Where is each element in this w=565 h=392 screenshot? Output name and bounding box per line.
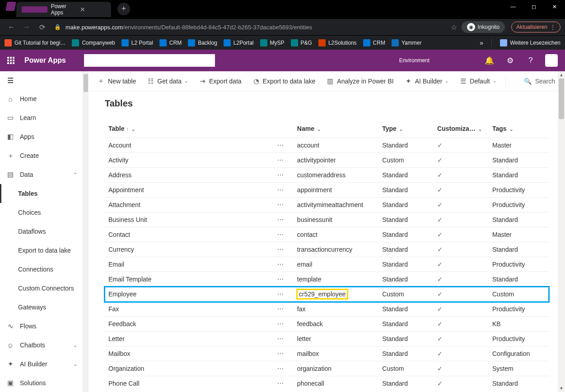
url-field[interactable]: 🔒 make.powerapps.com/environments/Defaul… <box>51 24 446 31</box>
table-row[interactable]: Letter⋯letterStandard✓Productivity <box>105 332 549 346</box>
nav-item-ai-builder[interactable]: ✦AI Builder⌄ <box>0 355 83 374</box>
row-actions-button[interactable]: ⋯ <box>274 317 294 332</box>
new-table-button[interactable]: ＋New table <box>93 71 140 91</box>
search-button[interactable]: 🔍Search <box>524 78 560 85</box>
row-actions-button[interactable]: ⋯ <box>274 242 294 257</box>
scroll-down-icon[interactable]: ▼ <box>558 385 565 392</box>
table-row[interactable]: Feedback⋯feedbackStandard✓KB <box>105 317 549 332</box>
scroll-up-icon[interactable]: ▲ <box>558 71 565 78</box>
bookmark-item[interactable]: MySP <box>260 39 285 46</box>
bookmark-item[interactable]: Yammer <box>392 39 421 46</box>
bookmark-item[interactable]: L2Portal <box>224 39 254 46</box>
table-row[interactable]: Organization⋯organizationCustom✓System <box>105 361 549 376</box>
table-row[interactable]: Attachment⋯activitymimeattachmentStandar… <box>105 198 549 212</box>
table-row[interactable]: Account⋯accountStandard✓Master <box>105 138 549 153</box>
table-row[interactable]: Fax⋯faxStandard✓Productivity <box>105 302 549 317</box>
table-row[interactable]: Employee⋯cr529_employeeCustom✓Custom <box>105 287 549 302</box>
column-header-type[interactable]: Type⌄ <box>378 120 434 138</box>
browser-update-button[interactable]: Aktualisieren ⋮ <box>511 22 560 32</box>
window-close-button[interactable]: ✕ <box>544 0 565 14</box>
nav-item-chatbots[interactable]: ☺Chatbots⌄ <box>0 336 83 355</box>
row-actions-button[interactable]: ⋯ <box>274 287 294 302</box>
column-header-customizable[interactable]: Customiza…⌄ <box>434 120 489 138</box>
nav-sub-connections[interactable]: Connections <box>0 260 83 279</box>
table-row[interactable]: Address⋯customeraddressStandard✓Standard <box>105 168 549 183</box>
nav-back-button[interactable]: ← <box>5 23 18 31</box>
nav-item-home[interactable]: ⌂Home <box>0 89 83 108</box>
nav-sub-export-to-data-lake[interactable]: Export to data lake <box>0 241 83 260</box>
row-actions-button[interactable]: ⋯ <box>274 346 294 361</box>
row-actions-button[interactable]: ⋯ <box>274 227 294 242</box>
nav-item-apps[interactable]: ◧Apps <box>0 127 83 146</box>
table-row[interactable]: Currency⋯transactioncurrencyStandard✓Sta… <box>105 242 549 257</box>
nav-item-data[interactable]: ▤Data⌃ <box>0 165 83 184</box>
bookmark-item[interactable]: Git Tutorial for begi… <box>5 39 65 46</box>
bookmark-item[interactable]: L2 Portal <box>121 39 153 46</box>
nav-sub-custom-connectors[interactable]: Custom Connectors <box>0 279 83 298</box>
row-actions-button[interactable]: ⋯ <box>274 198 294 212</box>
row-actions-button[interactable]: ⋯ <box>274 376 294 391</box>
nav-item-solutions[interactable]: ▣Solutions <box>0 374 83 392</box>
scrollbar[interactable]: ▲ ▼ <box>558 71 565 392</box>
table-row[interactable]: Email⋯emailStandard✓Productivity <box>105 257 549 272</box>
row-actions-button[interactable]: ⋯ <box>274 212 294 227</box>
user-avatar[interactable] <box>542 50 561 71</box>
ai-builder-button[interactable]: ✦AI Builder⌄ <box>401 71 453 91</box>
view-selector[interactable]: ☰Default⌄ <box>456 71 500 91</box>
nav-sub-choices[interactable]: Choices <box>0 203 83 222</box>
row-actions-button[interactable]: ⋯ <box>274 183 294 198</box>
table-row[interactable]: Mailbox⋯mailboxStandard✓Configuration <box>105 346 549 361</box>
incognito-badge[interactable]: ◉ Inkognito <box>462 21 505 33</box>
analyze-powerbi-button[interactable]: ▥Analyze in Power BI <box>322 71 398 91</box>
nav-item-create[interactable]: ＋Create <box>0 146 83 165</box>
export-data-lake-button[interactable]: ◔Export to data lake <box>249 71 320 91</box>
table-row[interactable]: Activity⋯activitypointerCustom✓Standard <box>105 153 549 168</box>
row-actions-button[interactable]: ⋯ <box>274 332 294 346</box>
bookmark-item[interactable]: L2Solutions <box>318 39 357 46</box>
row-actions-button[interactable]: ⋯ <box>274 257 294 272</box>
nav-sub-gateways[interactable]: Gateways <box>0 298 83 317</box>
nav-forward-button[interactable]: → <box>20 23 33 31</box>
settings-icon[interactable]: ⚙ <box>500 50 520 71</box>
bookmark-item[interactable]: CRM <box>363 39 385 46</box>
help-icon[interactable]: ? <box>521 50 541 71</box>
splitter[interactable] <box>83 71 89 392</box>
new-tab-button[interactable]: + <box>117 3 130 15</box>
row-actions-button[interactable]: ⋯ <box>274 361 294 376</box>
bookmark-overflow-icon[interactable]: » <box>480 39 483 46</box>
nav-item-learn[interactable]: ▭Learn <box>0 108 83 127</box>
nav-collapse-button[interactable]: ☰ <box>0 71 83 89</box>
window-maximize-button[interactable]: ◻ <box>523 0 544 14</box>
app-launcher-button[interactable] <box>0 57 22 64</box>
table-row[interactable]: Email Template⋯templateStandard✓Standard <box>105 272 549 287</box>
bookmark-folder[interactable]: Weitere Lesezeichen <box>500 39 560 46</box>
table-row[interactable]: Contact⋯contactStandard✓Master <box>105 227 549 242</box>
column-header-table[interactable]: Table↑⌄ <box>105 120 274 138</box>
table-row[interactable]: Business Unit⋯businessunitStandard✓Stand… <box>105 212 549 227</box>
close-tab-icon[interactable]: ✕ <box>80 6 106 13</box>
browser-tab[interactable]: Power Apps ✕ <box>16 2 111 17</box>
nav-sub-tables[interactable]: Tables <box>0 184 83 203</box>
bookmark-item[interactable]: Backlog <box>188 39 217 46</box>
row-actions-button[interactable]: ⋯ <box>274 168 294 183</box>
export-data-button[interactable]: ⇥Export data <box>195 71 246 91</box>
notifications-icon[interactable]: 🔔 <box>479 50 499 71</box>
get-data-button[interactable]: ☷Get data⌄ <box>143 71 192 91</box>
table-row[interactable]: Phone Call⋯phonecallStandard✓Standard <box>105 376 549 391</box>
nav-item-flows[interactable]: ∿Flows <box>0 317 83 336</box>
row-actions-button[interactable]: ⋯ <box>274 138 294 153</box>
nav-reload-button[interactable]: ⟳ <box>35 23 49 32</box>
row-actions-button[interactable]: ⋯ <box>274 153 294 168</box>
row-actions-button[interactable]: ⋯ <box>274 272 294 287</box>
bookmark-item[interactable]: P&G <box>291 39 312 46</box>
bookmark-item[interactable]: CRM <box>159 39 182 46</box>
table-row[interactable]: Appointment⋯appointmentStandard✓Producti… <box>105 183 549 198</box>
nav-sub-dataflows[interactable]: Dataflows <box>0 222 83 241</box>
window-minimize-button[interactable]: — <box>503 0 523 14</box>
bookmark-star-icon[interactable]: ☆ <box>451 23 457 32</box>
column-header-name[interactable]: Name⌄ <box>294 120 378 138</box>
bookmark-item[interactable]: Companyweb <box>72 39 115 46</box>
row-actions-button[interactable]: ⋯ <box>274 302 294 317</box>
environment-selector[interactable] <box>84 54 215 67</box>
column-header-tags[interactable]: Tags⌄ <box>489 120 549 138</box>
